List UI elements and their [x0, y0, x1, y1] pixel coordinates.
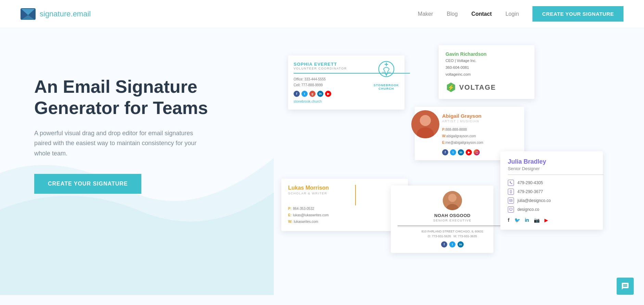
julia-email: julia@designco.co	[508, 198, 604, 204]
noah-avatar	[443, 191, 462, 210]
card-sophia: SOPHIA EVERETT VOLUNTEER COORDINATOR Off…	[288, 55, 404, 110]
facebook-icon: f	[294, 91, 300, 97]
instagram-link: 📷	[534, 217, 540, 223]
svg-point-9	[420, 115, 431, 126]
twitter-icon: t	[449, 241, 455, 247]
email-icon	[508, 198, 514, 204]
svg-rect-16	[510, 208, 512, 210]
sophia-social: f t g in ▶	[294, 91, 410, 97]
voltage-logo: ⚡ VOLTAGE	[446, 82, 528, 93]
facebook-link: f	[508, 217, 510, 223]
youtube-icon: ▶	[466, 149, 472, 155]
linkedin-icon: in	[458, 149, 464, 155]
instagram-icon: ◻	[474, 149, 480, 155]
twitter-icon: t	[450, 149, 456, 155]
julia-phone2: 479-290-3677	[508, 189, 604, 195]
linkedin-icon: in	[317, 91, 323, 97]
svg-text:⚡: ⚡	[448, 84, 454, 91]
logo-text: signature.email	[40, 10, 91, 18]
lukas-divider	[355, 185, 356, 205]
nav-login[interactable]: Login	[505, 11, 519, 17]
nav: Maker Blog Contact Login CREATE YOUR SIG…	[418, 6, 623, 22]
noah-name: NOAH OSGOOD	[398, 213, 507, 218]
youtube-link: ▶	[544, 217, 548, 223]
hero-section: An Email Signature Generator for Teams A…	[0, 28, 644, 295]
hero-subtitle: A powerful visual drag and drop editor f…	[34, 128, 205, 159]
hero-title: An Email Signature Generator for Teams	[34, 76, 233, 119]
svg-point-11	[448, 194, 456, 202]
julia-title: Senior Designer	[508, 166, 604, 171]
facebook-icon: f	[442, 149, 448, 155]
logo-icon	[21, 8, 36, 20]
facebook-icon: f	[441, 241, 447, 247]
gavin-name: Gavin Richardson	[446, 51, 534, 57]
voltage-text: VOLTAGE	[459, 84, 496, 91]
julia-phone1: 479-290-4305	[508, 180, 604, 186]
card-julia: Julia Bradley Senior Designer 479-290-43…	[500, 151, 603, 230]
chat-icon	[621, 282, 629, 290]
stonebrook-icon	[376, 60, 397, 81]
noah-address: 810 FARLAND STREET CHICAGO, IL 60631	[398, 230, 507, 233]
header: signature.email Maker Blog Contact Login…	[0, 0, 644, 28]
noah-photo	[398, 191, 507, 210]
noah-social: f t in	[398, 241, 507, 247]
sophia-website: stonebrook.church	[294, 100, 410, 103]
hero-content: An Email Signature Generator for Teams A…	[34, 49, 233, 194]
linkedin-link: in	[525, 217, 529, 223]
googleplus-icon: g	[309, 91, 315, 97]
card-gavin: Gavin Richardson CEO | Voltage Inc. 360-…	[439, 45, 534, 99]
abigail-title: ARTIST | MUSICIAN	[442, 119, 545, 123]
phone-icon	[508, 180, 514, 186]
church-name: STONEBROOKCHURCH	[374, 84, 399, 90]
nav-maker[interactable]: Maker	[418, 11, 433, 17]
monitor-icon	[508, 206, 514, 213]
julia-name: Julia Bradley	[508, 158, 604, 165]
gavin-info: CEO | Voltage Inc. 360-604-0081 voltagei…	[446, 58, 534, 78]
abigail-info: P:888-888-8888 W:abigailgrayson.com E:me…	[442, 126, 545, 146]
hero-cta-button[interactable]: CREATE YOUR SIGNATURE	[34, 174, 141, 194]
youtube-icon: ▶	[325, 91, 331, 97]
abigail-name: Abigail Grayson	[442, 113, 545, 119]
header-cta-button[interactable]: CREATE YOUR SIGNATURE	[532, 6, 623, 22]
chat-button[interactable]	[617, 278, 634, 295]
card-noah: NOAH OSGOOD SENIOR EXECUTIVE 810 FARLAND…	[391, 186, 493, 253]
twitter-icon: t	[301, 91, 308, 97]
linkedin-icon: in	[458, 241, 464, 247]
julia-social: f 🐦 in 📷 ▶	[508, 217, 604, 223]
julia-website: designco.co	[508, 206, 604, 213]
nav-contact[interactable]: Contact	[472, 11, 492, 17]
voltage-hex-icon: ⚡	[446, 82, 456, 93]
nav-blog[interactable]: Blog	[447, 11, 458, 17]
noah-title: SENIOR EXECUTIVE	[398, 219, 507, 222]
signature-cards-area: SOPHIA EVERETT VOLUNTEER COORDINATOR Off…	[268, 28, 644, 295]
svg-point-14	[511, 193, 511, 193]
logo[interactable]: signature.email	[21, 8, 91, 20]
noah-phones: O: 773-931-5635 M: 773-931-3635	[398, 234, 507, 238]
twitter-link: 🐦	[514, 217, 520, 223]
abigail-photo	[411, 110, 439, 138]
mobile-icon	[508, 189, 514, 195]
card-lukas: Lukas Morrison SCHOLAR & WRITER P:864-35…	[281, 179, 408, 231]
church-logo: STONEBROOKCHURCH	[374, 60, 399, 90]
lukas-left: Lukas Morrison SCHOLAR & WRITER	[288, 185, 350, 195]
